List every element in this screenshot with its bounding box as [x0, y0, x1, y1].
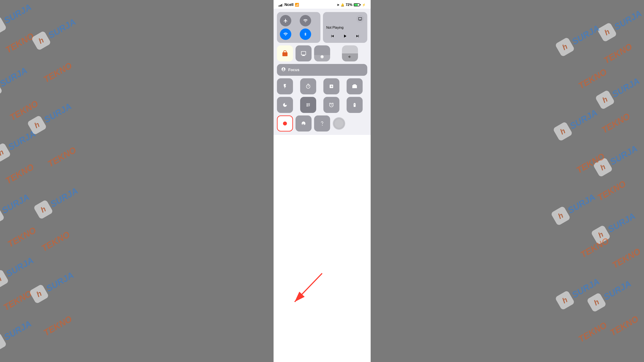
- not-playing-text: Not Playing: [326, 26, 364, 30]
- icon-grid-row2: [277, 97, 367, 113]
- watermark-text-blue: SURJA: [2, 2, 33, 26]
- low-power-mode-button[interactable]: [346, 97, 363, 113]
- watermark-text-orange: TEKNO: [42, 60, 74, 85]
- assistive-touch-button[interactable]: [333, 117, 345, 130]
- watermark-text-blue: SURJA: [0, 65, 29, 89]
- flashlight-button[interactable]: [277, 78, 293, 94]
- watermark-text-orange: TEKNO: [577, 320, 608, 344]
- watermark-logo: h: [552, 121, 573, 142]
- watermark-text-blue: SURJA: [612, 8, 643, 32]
- signal-bar-4: [282, 4, 283, 6]
- watermark-text-blue: SURJA: [0, 192, 31, 216]
- watermark-logo: h: [555, 37, 575, 57]
- watermark-text-orange: TEKNO: [574, 151, 606, 176]
- watermark-text-orange: TEKNO: [577, 67, 608, 91]
- watermark-text-blue: SURJA: [6, 128, 37, 152]
- watermark-logo: h: [555, 290, 575, 310]
- screen-orientation-lock-button[interactable]: [277, 46, 293, 62]
- charging-icon: ⚡: [362, 3, 366, 6]
- watermark-text-blue: SURJA: [570, 276, 601, 300]
- watermark-logo: h: [27, 115, 47, 135]
- screen-record-button[interactable]: [277, 116, 293, 132]
- watermark-logo: h: [593, 157, 613, 178]
- alarm-indicator: 🔔: [341, 3, 344, 6]
- watermark-text-orange: TEKNO: [4, 31, 36, 55]
- battery-tip: [360, 4, 361, 6]
- bluetooth-button[interactable]: [300, 28, 311, 40]
- volume-slider[interactable]: [342, 46, 358, 62]
- connectivity-block: [277, 12, 320, 43]
- signal-bar-2: [280, 5, 281, 6]
- watermark-text-blue: SURJA: [566, 192, 597, 216]
- rewind-button[interactable]: [330, 34, 335, 40]
- now-playing-block: Not Playing: [323, 12, 367, 43]
- battery-fill: [354, 4, 358, 6]
- focus-button[interactable]: Focus: [277, 64, 367, 76]
- icon-grid-row1: [277, 78, 367, 94]
- calculator-button[interactable]: [323, 78, 340, 94]
- alarm-button[interactable]: [323, 97, 340, 113]
- watermark-text-orange: TEKNO: [4, 162, 36, 186]
- watermark-text-orange: TEKNO: [6, 225, 38, 249]
- hearing-button[interactable]: [314, 116, 330, 132]
- watermark-text-orange: TEKNO: [610, 246, 642, 270]
- airplay-button[interactable]: [356, 15, 364, 22]
- sound-recognition-button[interactable]: [296, 116, 312, 132]
- location-icon: ➤: [337, 3, 340, 6]
- watermark-text-orange: TEKNO: [46, 145, 78, 169]
- watermark-text-orange: TEKNO: [596, 178, 628, 203]
- watermark-text-orange: TEKNO: [602, 41, 634, 66]
- signal-bar-1: [278, 6, 280, 6]
- watermark-text-blue: SURJA: [570, 23, 601, 47]
- watermark-text-orange: TEKNO: [600, 111, 632, 135]
- battery-percent: 72%: [346, 3, 352, 7]
- watermark-logo: h: [597, 22, 617, 42]
- watermark-logo: h: [0, 206, 5, 226]
- watermark-text-orange: TEKNO: [42, 314, 74, 338]
- watermark-text-orange: TEKNO: [579, 236, 611, 260]
- timer-button[interactable]: [300, 78, 316, 94]
- forward-button[interactable]: [355, 34, 360, 40]
- status-right: ➤ 🔔 72% ⚡: [337, 3, 366, 7]
- screen-mirror-button[interactable]: [296, 46, 312, 62]
- watermark-text-blue: SURJA: [46, 17, 78, 40]
- watermark-logo: h: [33, 200, 54, 220]
- watermark-text-orange: TEKNO: [608, 314, 640, 338]
- play-button[interactable]: [342, 34, 348, 40]
- wifi-status-icon: 📶: [295, 3, 299, 7]
- svg-point-2: [303, 122, 304, 124]
- carrier-name: Ncell: [284, 2, 294, 7]
- qr-scanner-button[interactable]: [300, 97, 316, 113]
- svg-point-1: [283, 122, 287, 126]
- signal-bars: [278, 3, 283, 6]
- cellular-button[interactable]: [300, 15, 311, 26]
- battery-body: [354, 4, 360, 6]
- watermark-text-blue: SURJA: [42, 101, 73, 125]
- watermark-text-blue: SURJA: [608, 143, 639, 167]
- watermark-text-orange: TEKNO: [8, 98, 40, 123]
- brightness-slider[interactable]: [314, 46, 330, 62]
- watermark-text-blue: SURJA: [48, 186, 80, 210]
- watermark-text-blue: SURJA: [602, 278, 633, 302]
- camera-button[interactable]: [346, 78, 363, 94]
- status-bar: Ncell 📶 ➤ 🔔 72% ⚡: [274, 0, 371, 9]
- watermark-text-orange: TEKNO: [40, 229, 72, 254]
- carrier-info: Ncell 📶: [278, 2, 299, 7]
- watermark-logo: h: [590, 225, 611, 245]
- wifi-button[interactable]: [280, 28, 291, 40]
- media-controls: [326, 34, 364, 40]
- watermark-text-blue: SURJA: [568, 108, 599, 131]
- watermark-logo: h: [595, 90, 615, 110]
- signal-bar-3: [281, 4, 282, 6]
- dark-mode-button[interactable]: [277, 97, 293, 113]
- airplane-mode-button[interactable]: [280, 15, 291, 26]
- watermark-text-blue: SURJA: [610, 76, 641, 100]
- top-row: Not Playing: [277, 12, 367, 43]
- watermark-logo: h: [31, 30, 51, 51]
- watermark-logo: h: [0, 79, 3, 100]
- bottom-icon-row: [277, 116, 367, 132]
- watermark-logo: h: [0, 332, 7, 353]
- focus-label: Focus: [288, 68, 300, 72]
- watermark-text-orange: TEKNO: [2, 288, 34, 312]
- control-center: Not Playing: [274, 9, 371, 135]
